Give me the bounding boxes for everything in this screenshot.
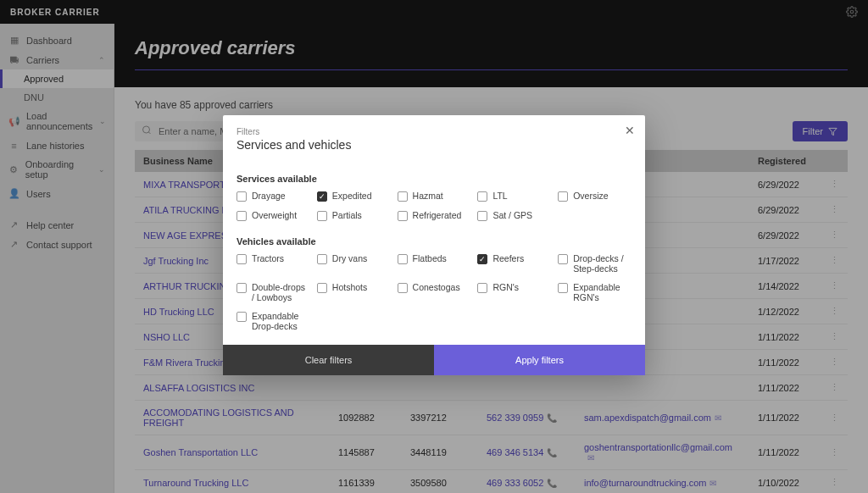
checkbox-label: Double-drops / Lowboys [252,282,310,302]
checkbox-label: Overweight [252,210,297,220]
service-checkbox-ltl[interactable]: LTL [477,191,551,202]
vehicle-checkbox-tractors[interactable]: Tractors [236,253,310,274]
close-icon[interactable]: ✕ [625,124,635,137]
checkbox-label: RGN's [492,282,519,292]
checkbox-icon [477,211,487,221]
checkbox-label: Refrigerated [413,210,462,220]
vehicle-checkbox-dry-vans[interactable]: Dry vans [317,253,391,274]
checkbox-icon [398,254,408,264]
modal-subtitle: Filters [236,127,632,136]
checkbox-label: Partials [332,210,362,220]
service-checkbox-sat-gps[interactable]: Sat / GPS [477,210,551,221]
service-checkbox-expedited[interactable]: Expedited [317,191,391,202]
checkbox-label: Tractors [252,253,284,263]
checkbox-label: Reefers [492,253,524,263]
checkbox-icon [558,254,568,264]
service-checkbox-refrigerated[interactable]: Refrigerated [398,210,471,221]
checkbox-icon [477,191,487,202]
vehicle-checkbox-rgn-s[interactable]: RGN's [477,282,551,302]
checkbox-label: Drop-decks / Step-decks [573,253,632,274]
apply-filters-button[interactable]: Apply filters [434,345,645,375]
checkbox-label: Conestogas [413,282,460,292]
clear-filters-button[interactable]: Clear filters [223,345,434,375]
checkbox-icon [236,191,247,202]
checkbox-label: Expedited [332,191,372,201]
vehicle-checkbox-conestogas[interactable]: Conestogas [398,282,471,302]
checkbox-icon [398,191,408,202]
checkbox-icon [317,254,327,264]
modal-overlay[interactable]: Filters Services and vehicles ✕ Services… [0,0,868,493]
vehicle-checkbox-double-drops-lowboys[interactable]: Double-drops / Lowboys [236,282,310,302]
checkbox-icon [317,211,327,221]
checkbox-label: Drayage [252,191,286,201]
checkbox-icon [477,254,487,264]
services-label: Services available [236,174,632,184]
vehicle-checkbox-flatbeds[interactable]: Flatbeds [398,253,471,274]
checkbox-icon [317,191,327,202]
checkbox-icon [398,211,408,221]
checkbox-label: Oversize [573,191,608,201]
checkbox-icon [398,283,408,293]
checkbox-icon [236,283,247,293]
vehicles-label: Vehicles available [236,236,632,246]
checkbox-icon [236,211,247,221]
checkbox-icon [236,312,247,322]
service-checkbox-oversize[interactable]: Oversize [558,191,632,202]
checkbox-label: Hazmat [413,191,443,201]
checkbox-icon [558,191,568,202]
vehicle-checkbox-expandable-rgn-s[interactable]: Expandable RGN's [558,282,632,302]
vehicle-checkbox-expandable-drop-decks[interactable]: Expandable Drop-decks [236,311,310,331]
checkbox-label: Expandable RGN's [573,282,632,302]
checkbox-icon [236,254,247,264]
checkbox-icon [558,283,568,293]
vehicle-checkbox-drop-decks-step-decks[interactable]: Drop-decks / Step-decks [558,253,632,274]
vehicle-checkbox-hotshots[interactable]: Hotshots [317,282,391,302]
vehicle-checkbox-reefers[interactable]: Reefers [477,253,551,274]
filters-modal: Filters Services and vehicles ✕ Services… [223,115,645,375]
checkbox-label: Sat / GPS [492,210,532,220]
service-checkbox-overweight[interactable]: Overweight [236,210,310,221]
service-checkbox-partials[interactable]: Partials [317,210,391,221]
service-checkbox-hazmat[interactable]: Hazmat [398,191,471,202]
checkbox-label: LTL [492,191,507,201]
checkbox-icon [477,283,487,293]
checkbox-label: Expandable Drop-decks [252,311,310,331]
modal-title: Services and vehicles [236,138,632,152]
service-checkbox-drayage[interactable]: Drayage [236,191,310,202]
checkbox-label: Flatbeds [413,253,447,263]
checkbox-label: Hotshots [332,282,367,292]
checkbox-label: Dry vans [332,253,367,263]
checkbox-icon [317,283,327,293]
